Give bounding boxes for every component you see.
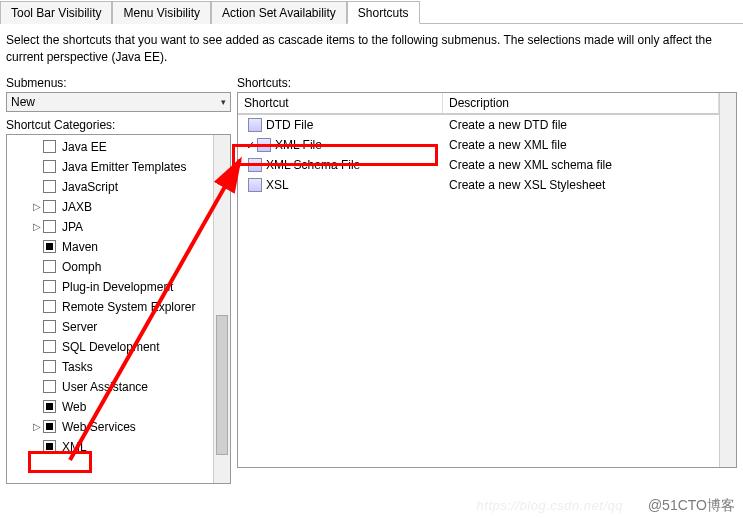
category-checkbox[interactable]	[43, 360, 56, 373]
categories-tree: Java EEJava Emitter TemplatesJavaScript▷…	[6, 134, 231, 484]
shortcut-name: XSL	[266, 178, 289, 192]
category-checkbox[interactable]	[43, 160, 56, 173]
file-icon	[257, 138, 271, 152]
category-label: Plug-in Development	[62, 280, 173, 294]
category-checkbox[interactable]	[43, 320, 56, 333]
expand-icon[interactable]: ▷	[31, 221, 43, 232]
category-label: Server	[62, 320, 97, 334]
category-checkbox[interactable]	[43, 300, 56, 313]
categories-scrollbar[interactable]	[213, 135, 230, 483]
category-label: JPA	[62, 220, 83, 234]
table-row[interactable]: XSLCreate a new XSL Stylesheet	[238, 175, 719, 195]
shortcut-name: XML File	[275, 138, 322, 152]
category-checkbox[interactable]	[43, 220, 56, 233]
shortcut-categories-label: Shortcut Categories:	[6, 118, 231, 132]
page-description: Select the shortcuts that you want to se…	[0, 24, 743, 76]
category-item[interactable]: ▷Web Services	[7, 417, 213, 437]
category-checkbox[interactable]	[43, 280, 56, 293]
category-item[interactable]: Plug-in Development	[7, 277, 213, 297]
category-item[interactable]: Java EE	[7, 137, 213, 157]
category-label: SQL Development	[62, 340, 160, 354]
category-item[interactable]: Java Emitter Templates	[7, 157, 213, 177]
category-label: Java EE	[62, 140, 107, 154]
chevron-down-icon: ▾	[221, 97, 226, 107]
watermark-text: @51CTO博客	[648, 497, 735, 515]
category-label: XML	[62, 440, 87, 454]
table-header: Shortcut Description	[238, 93, 719, 115]
category-label: User Assistance	[62, 380, 148, 394]
submenus-dropdown[interactable]: New ▾	[6, 92, 231, 112]
category-checkbox[interactable]	[43, 400, 56, 413]
category-label: Remote System Explorer	[62, 300, 195, 314]
category-label: Oomph	[62, 260, 101, 274]
th-description[interactable]: Description	[443, 93, 719, 114]
category-checkbox[interactable]	[43, 200, 56, 213]
table-row[interactable]: XML Schema FileCreate a new XML schema f…	[238, 155, 719, 175]
category-checkbox[interactable]	[43, 380, 56, 393]
shortcut-name: DTD File	[266, 118, 313, 132]
category-item[interactable]: Tasks	[7, 357, 213, 377]
category-checkbox[interactable]	[43, 440, 56, 453]
category-item[interactable]: SQL Development	[7, 337, 213, 357]
category-checkbox[interactable]	[43, 140, 56, 153]
category-item[interactable]: Maven	[7, 237, 213, 257]
tab-bar: Tool Bar Visibility Menu Visibility Acti…	[0, 0, 743, 24]
category-item[interactable]: Web	[7, 397, 213, 417]
category-checkbox[interactable]	[43, 420, 56, 433]
shortcuts-scrollbar[interactable]	[719, 93, 736, 467]
tab-shortcuts[interactable]: Shortcuts	[347, 1, 420, 24]
table-row[interactable]: XML FileCreate a new XML file	[238, 135, 719, 155]
file-icon	[248, 158, 262, 172]
expand-icon[interactable]: ▷	[31, 421, 43, 432]
category-item[interactable]: Oomph	[7, 257, 213, 277]
category-item[interactable]: ▷JPA	[7, 217, 213, 237]
file-icon	[248, 118, 262, 132]
category-checkbox[interactable]	[43, 260, 56, 273]
background-watermark-url: https://blog.csdn.net/qq	[477, 498, 623, 513]
th-shortcut[interactable]: Shortcut	[238, 93, 443, 114]
category-label: JavaScript	[62, 180, 118, 194]
tab-menu-visibility[interactable]: Menu Visibility	[112, 1, 210, 24]
category-label: Web Services	[62, 420, 136, 434]
shortcut-description: Create a new DTD file	[443, 115, 719, 135]
file-icon	[248, 178, 262, 192]
category-label: Java Emitter Templates	[62, 160, 187, 174]
submenus-label: Submenus:	[6, 76, 231, 90]
shortcut-description: Create a new XSL Stylesheet	[443, 175, 719, 195]
category-checkbox[interactable]	[43, 180, 56, 193]
shortcut-name: XML Schema File	[266, 158, 360, 172]
category-item[interactable]: Server	[7, 317, 213, 337]
category-checkbox[interactable]	[43, 240, 56, 253]
category-item[interactable]: Remote System Explorer	[7, 297, 213, 317]
category-item[interactable]: User Assistance	[7, 377, 213, 397]
table-row[interactable]: DTD FileCreate a new DTD file	[238, 115, 719, 135]
shortcut-description: Create a new XML schema file	[443, 155, 719, 175]
category-label: Web	[62, 400, 86, 414]
submenus-selected: New	[11, 95, 35, 109]
category-item[interactable]: ▷JAXB	[7, 197, 213, 217]
category-label: JAXB	[62, 200, 92, 214]
expand-icon[interactable]: ▷	[31, 201, 43, 212]
shortcut-checkbox[interactable]	[246, 138, 255, 152]
category-label: Tasks	[62, 360, 93, 374]
tab-toolbar-visibility[interactable]: Tool Bar Visibility	[0, 1, 112, 24]
shortcuts-label: Shortcuts:	[237, 76, 737, 90]
category-item[interactable]: XML	[7, 437, 213, 457]
tab-action-set-availability[interactable]: Action Set Availability	[211, 1, 347, 24]
category-checkbox[interactable]	[43, 340, 56, 353]
shortcut-description: Create a new XML file	[443, 135, 719, 155]
category-item[interactable]: JavaScript	[7, 177, 213, 197]
category-label: Maven	[62, 240, 98, 254]
shortcuts-table: Shortcut Description DTD FileCreate a ne…	[237, 92, 737, 468]
